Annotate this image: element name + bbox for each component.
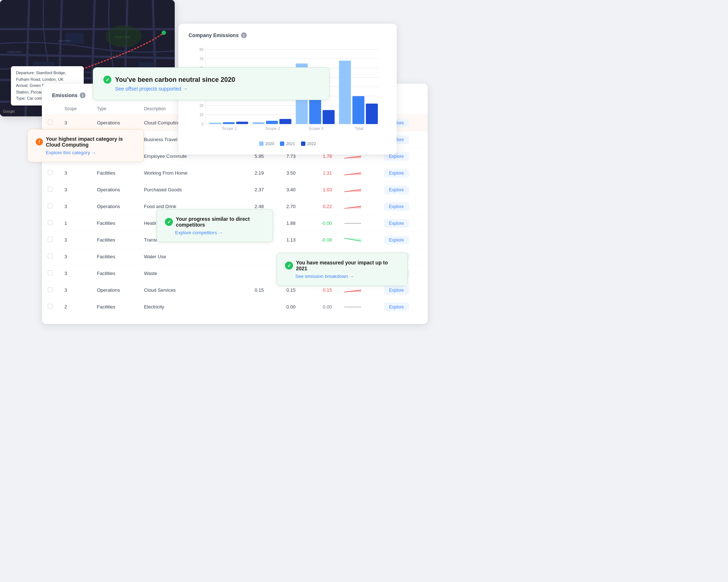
row-type: Operations [91, 182, 138, 198]
svg-rect-51 [323, 110, 335, 124]
row-trend [338, 232, 378, 248]
row-scope: 3 [59, 115, 91, 131]
carbon-neutral-banner: ✓ You've been carbon neutral since 2020 … [93, 67, 329, 100]
row-checkbox-cell [42, 232, 59, 248]
legend-dot [280, 141, 284, 146]
highest-impact-link[interactable]: Explore this category → [46, 150, 135, 155]
row-checkbox[interactable] [48, 287, 53, 292]
map-watermark: Google [3, 109, 15, 113]
table-row: 3 Facilities Working From Home 2.19 3.50… [42, 165, 428, 182]
row-checkbox[interactable] [48, 187, 53, 192]
explore-button[interactable]: Explore [384, 236, 409, 244]
row-checkbox[interactable] [48, 237, 53, 242]
legend-item-2020: 2020 [259, 141, 274, 146]
svg-text:Scope 2: Scope 2 [265, 126, 280, 131]
row-checkbox[interactable] [48, 220, 53, 225]
measured-link[interactable]: See emission breakdown → [295, 274, 399, 279]
row-checkbox[interactable] [48, 120, 53, 125]
row-type: Facilities [91, 265, 138, 282]
row-description: Electricity [138, 299, 238, 315]
row-change: 1.31 [301, 165, 338, 182]
row-v2022: 2.70 [270, 198, 301, 215]
row-explore-cell: Explore [378, 232, 428, 248]
row-scope: 3 [59, 232, 91, 248]
row-change: 0.00 [301, 299, 338, 315]
row-v2021: 2.37 [238, 182, 269, 198]
svg-rect-41 [209, 123, 221, 124]
legend-label: 2020 [265, 141, 274, 146]
emissions-info-icon[interactable]: i [80, 92, 86, 98]
legend-label: 2022 [307, 141, 316, 146]
highest-impact-title: ! Your highest impact category is Cloud … [36, 136, 135, 148]
warn-icon: ! [36, 138, 43, 146]
row-explore-cell: Explore [378, 198, 428, 215]
row-v2022: 1.88 [270, 215, 301, 232]
row-checkbox-cell [42, 165, 59, 182]
row-checkbox-cell [42, 299, 59, 315]
row-scope: 3 [59, 248, 91, 265]
row-checkbox[interactable] [48, 170, 53, 175]
svg-text:80: 80 [199, 48, 204, 52]
row-trend [338, 165, 378, 182]
row-explore-cell: Explore [378, 182, 428, 198]
row-scope: 3 [59, 165, 91, 182]
svg-rect-47 [280, 119, 292, 124]
measured-tooltip: ✓ You have measured your impact up to 20… [277, 253, 408, 286]
row-checkbox[interactable] [48, 254, 53, 259]
explore-button[interactable]: Explore [384, 286, 409, 295]
banner-title: ✓ You've been carbon neutral since 2020 [103, 76, 319, 84]
svg-text:20: 20 [199, 104, 204, 108]
row-checkbox[interactable] [48, 203, 53, 208]
row-checkbox[interactable] [48, 270, 53, 275]
row-explore-cell: Explore [378, 299, 428, 315]
competitors-link[interactable]: Explore competitors → [175, 230, 265, 235]
svg-point-68 [162, 31, 166, 35]
svg-text:CHELSEA: CHELSEA [7, 50, 21, 53]
col-scope: Scope [59, 103, 91, 115]
explore-button[interactable]: Explore [384, 202, 409, 211]
row-v2021 [238, 265, 269, 282]
row-trend [338, 215, 378, 232]
row-checkbox-cell [42, 198, 59, 215]
row-type: Facilities [91, 232, 138, 248]
legend-item-2022: 2022 [301, 141, 316, 146]
row-scope: 3 [59, 282, 91, 299]
svg-rect-43 [236, 122, 248, 124]
explore-button[interactable]: Explore [384, 186, 409, 194]
row-checkbox[interactable] [48, 304, 53, 309]
row-v2022: 1.13 [270, 232, 301, 248]
svg-rect-42 [223, 122, 235, 124]
row-checkbox-cell [42, 265, 59, 282]
row-type: Facilities [91, 248, 138, 265]
competitors-title: ✓ Your progress similar to direct compet… [165, 216, 265, 228]
legend-dot [301, 141, 305, 146]
legend-item-2021: 2021 [280, 141, 295, 146]
row-change: 0.22 [301, 198, 338, 215]
measured-check-icon: ✓ [285, 262, 293, 270]
row-scope: 3 [59, 182, 91, 198]
row-checkbox-cell [42, 282, 59, 299]
row-description: Waste [138, 265, 238, 282]
chart-info-icon[interactable]: i [241, 32, 247, 38]
svg-text:Scope 1: Scope 1 [222, 126, 237, 131]
svg-text:Scope 3: Scope 3 [309, 126, 323, 131]
svg-text:Hyde Park: Hyde Park [115, 35, 130, 39]
svg-rect-53 [339, 61, 351, 124]
banner-link[interactable]: See offset projects supported → [115, 86, 319, 92]
row-checkbox-cell [42, 215, 59, 232]
explore-button[interactable]: Explore [384, 303, 409, 311]
svg-text:MAYFAIR: MAYFAIR [58, 39, 71, 43]
row-explore-cell: Explore [378, 165, 428, 182]
explore-button[interactable]: Explore [384, 169, 409, 178]
competitors-tooltip: ✓ Your progress similar to direct compet… [157, 209, 273, 242]
row-checkbox-cell [42, 248, 59, 265]
svg-text:0: 0 [201, 122, 203, 126]
row-scope: 2 [59, 299, 91, 315]
chart-title: Company Emissions i [189, 32, 387, 38]
explore-button[interactable]: Explore [384, 219, 409, 228]
row-type: Operations [91, 282, 138, 299]
row-description: Working From Home [138, 165, 238, 182]
row-v2021 [238, 248, 269, 265]
row-checkbox-cell [42, 115, 59, 131]
legend-label: 2021 [286, 141, 295, 146]
